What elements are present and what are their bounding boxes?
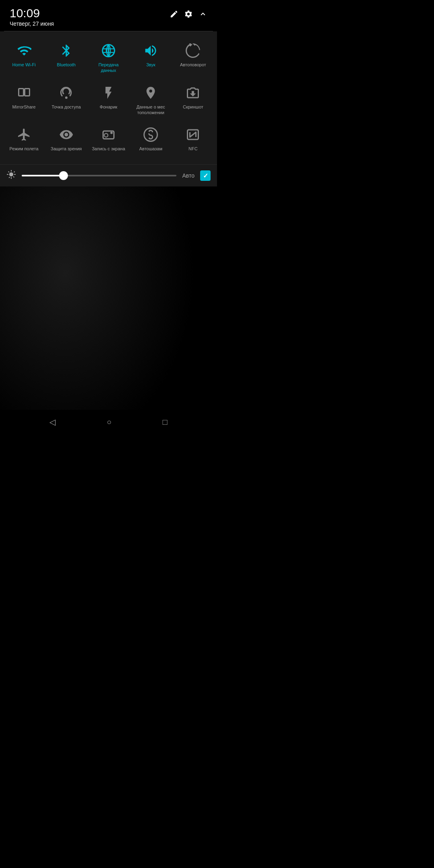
qs-label-location: Данные о мес тоположении bbox=[133, 104, 169, 116]
qs-label-shazam: Автошазам bbox=[139, 146, 162, 151]
edit-icon[interactable] bbox=[170, 10, 178, 20]
svg-point-11 bbox=[104, 133, 108, 137]
data-icon: I bbox=[100, 42, 117, 59]
flashlight-icon bbox=[100, 84, 117, 102]
collapse-icon[interactable] bbox=[199, 10, 207, 20]
qs-item-shazam[interactable]: Автошазам bbox=[131, 122, 171, 158]
svg-point-10 bbox=[110, 132, 113, 134]
back-button[interactable]: ◁ bbox=[45, 413, 59, 431]
home-button[interactable]: ○ bbox=[102, 414, 115, 431]
qs-item-sound[interactable]: Звук bbox=[131, 38, 171, 78]
qs-item-screenrecord[interactable]: Запись с экрана bbox=[88, 122, 128, 158]
brightness-slider[interactable] bbox=[22, 175, 176, 176]
nfc-icon bbox=[184, 126, 202, 143]
qs-label-hotspot: Точка доступа bbox=[52, 104, 81, 110]
qs-label-sound: Звук bbox=[146, 62, 156, 68]
qs-item-flashlight[interactable]: Фонарик bbox=[88, 80, 128, 120]
brightness-icon bbox=[6, 170, 16, 182]
qs-label-eyeprotect: Защита зрения bbox=[51, 146, 82, 151]
eyeprotect-icon bbox=[57, 126, 75, 143]
brightness-track bbox=[22, 175, 63, 176]
shazam-icon bbox=[142, 126, 160, 143]
status-icons bbox=[170, 10, 207, 20]
brightness-thumb bbox=[59, 171, 68, 180]
qs-label-flashlight: Фонарик bbox=[100, 104, 117, 110]
navigation-bar: ◁ ○ □ bbox=[0, 410, 217, 434]
recent-button[interactable]: □ bbox=[158, 414, 171, 431]
quick-settings-panel: Home Wi-FiBluetoothIПередача данныхЗвукА… bbox=[0, 31, 217, 164]
qs-label-rotation: Автоповорот bbox=[180, 62, 206, 68]
qs-item-rotation[interactable]: Автоповорот bbox=[173, 38, 213, 78]
qs-item-hotspot[interactable]: Точка доступа bbox=[46, 80, 86, 120]
svg-rect-5 bbox=[18, 88, 23, 96]
qs-label-data: Передача данных bbox=[90, 62, 127, 74]
mirrorshare-icon bbox=[15, 84, 33, 102]
rotation-icon bbox=[184, 42, 202, 59]
qs-label-screenshot: Скриншот bbox=[183, 104, 203, 110]
screenshot-icon bbox=[184, 84, 202, 102]
qs-label-wifi: Home Wi-Fi bbox=[12, 62, 36, 68]
airplane-icon bbox=[15, 126, 33, 143]
qs-item-wifi[interactable]: Home Wi-Fi bbox=[4, 38, 44, 78]
status-bar: 10:09 Четверг, 27 июня bbox=[0, 0, 217, 31]
qs-label-screenrecord: Запись с экрана bbox=[92, 146, 125, 151]
location-icon bbox=[142, 84, 160, 102]
qs-label-mirrorshare: MirrorShare bbox=[12, 104, 36, 110]
qs-label-bluetooth: Bluetooth bbox=[57, 62, 76, 68]
qs-item-screenshot[interactable]: Скриншот bbox=[173, 80, 213, 120]
sound-icon bbox=[142, 42, 160, 59]
qs-label-airplane: Режим полета bbox=[10, 146, 39, 151]
settings-icon[interactable] bbox=[184, 10, 193, 20]
screenrecord-icon bbox=[100, 126, 117, 143]
qs-item-data[interactable]: IПередача данных bbox=[88, 38, 128, 78]
qs-item-location[interactable]: Данные о мес тоположении bbox=[131, 80, 171, 120]
qs-item-airplane[interactable]: Режим полета bbox=[4, 122, 44, 158]
qs-item-mirrorshare[interactable]: MirrorShare bbox=[4, 80, 44, 120]
qs-item-eyeprotect[interactable]: Защита зрения bbox=[46, 122, 86, 158]
status-time-block: 10:09 Четверг, 27 июня bbox=[10, 7, 54, 27]
svg-point-8 bbox=[65, 96, 68, 99]
hotspot-icon bbox=[57, 84, 75, 102]
svg-text:I: I bbox=[105, 47, 106, 53]
qs-item-bluetooth[interactable]: Bluetooth bbox=[46, 38, 86, 78]
date: Четверг, 27 июня bbox=[10, 20, 54, 27]
brightness-auto-checkbox[interactable] bbox=[200, 170, 211, 181]
clock: 10:09 bbox=[10, 7, 54, 19]
wifi-icon bbox=[15, 42, 33, 59]
brightness-row: Авто bbox=[0, 164, 217, 186]
qs-grid: Home Wi-FiBluetoothIПередача данныхЗвукА… bbox=[4, 38, 213, 158]
dark-background bbox=[0, 186, 217, 434]
brightness-auto-label: Авто bbox=[182, 172, 194, 179]
qs-label-nfc: NFC bbox=[188, 146, 198, 151]
qs-item-nfc[interactable]: NFC bbox=[173, 122, 213, 158]
bluetooth-icon bbox=[57, 42, 75, 59]
svg-rect-6 bbox=[25, 88, 29, 96]
